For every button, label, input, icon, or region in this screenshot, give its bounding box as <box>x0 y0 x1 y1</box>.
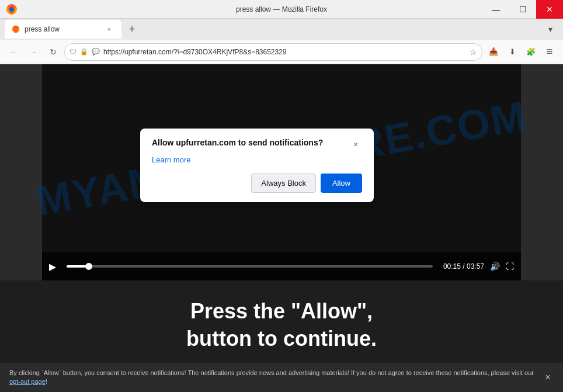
time-display: 00:15 / 03:57 <box>443 262 484 270</box>
pocket-button[interactable]: 📥 <box>485 43 502 61</box>
minimize-button[interactable]: — <box>482 0 509 19</box>
download-button[interactable]: ⬇ <box>503 43 521 61</box>
browser-content: MYANTISPYWARE.COM ) ▶ 00:15 / 03:57 🔊 ⛶ … <box>0 64 563 363</box>
press-allow-heading: Press the "Allow", button to continue. <box>12 298 551 353</box>
toolbar-right: 📥 ⬇ 🧩 ≡ <box>485 43 558 61</box>
window-controls: — ☐ ✕ <box>482 0 563 19</box>
notifications-icon: 💬 <box>92 48 100 55</box>
active-tab[interactable]: press allow × <box>5 20 121 39</box>
always-block-button[interactable]: Always Block <box>251 174 316 193</box>
tracking-protection-icon: 🛡 <box>69 48 77 56</box>
dialog-buttons: Always Block Allow <box>152 174 362 193</box>
volume-icon[interactable]: 🔊 <box>490 262 500 271</box>
firefox-logo-icon <box>6 4 18 15</box>
new-tab-button[interactable]: + <box>124 21 140 37</box>
bottom-notification-bar: By clicking `Allow` button, you consent … <box>0 363 563 392</box>
play-pause-icon[interactable]: ▶ <box>49 261 56 272</box>
close-button[interactable]: ✕ <box>536 0 563 19</box>
allow-button[interactable]: Allow <box>321 174 362 193</box>
progress-fill <box>67 265 89 268</box>
reload-button[interactable]: ↻ <box>44 43 62 61</box>
bottom-bar-close-button[interactable]: × <box>542 372 554 383</box>
lock-icon: 🔒 <box>80 48 88 55</box>
tabs-dropdown-button[interactable]: ▾ <box>542 21 558 37</box>
opt-out-link[interactable]: opt-out page <box>9 378 46 385</box>
progress-bar[interactable] <box>67 265 433 268</box>
learn-more-link[interactable]: Learn more <box>152 155 362 164</box>
nav-bar: ← → ↻ 🛡 🔒 💬 https://upfurretan.com/?l=d9… <box>0 40 563 64</box>
bottom-bar-text: By clicking `Allow` button, you consent … <box>9 369 535 387</box>
address-bar[interactable]: 🛡 🔒 💬 https://upfurretan.com/?l=d9730OX4… <box>64 43 482 61</box>
restore-button[interactable]: ☐ <box>509 0 536 19</box>
url-display: https://upfurretan.com/?l=d9730OX4RKjVfP… <box>103 48 466 56</box>
tab-bar: press allow × + ▾ <box>0 19 563 40</box>
fullscreen-icon[interactable]: ⛶ <box>506 262 514 271</box>
overflow-button[interactable]: ≡ <box>541 43 558 61</box>
svg-point-1 <box>9 7 14 12</box>
progress-thumb <box>85 263 92 270</box>
page-content: Press the "Allow", button to continue. <box>0 280 563 363</box>
tab-close-button[interactable]: × <box>104 24 114 34</box>
window-title: press allow — Mozilla Firefox <box>236 5 327 13</box>
extensions-button[interactable]: 🧩 <box>522 43 540 61</box>
tab-favicon-icon <box>12 25 20 33</box>
notification-dialog: Allow upfurretan.com to send notificatio… <box>140 129 374 202</box>
dialog-header: Allow upfurretan.com to send notificatio… <box>152 138 362 151</box>
dialog-title: Allow upfurretan.com to send notificatio… <box>152 138 349 147</box>
video-controls: ▶ 00:15 / 03:57 🔊 ⛶ <box>42 252 521 280</box>
forward-button[interactable]: → <box>25 43 42 61</box>
bookmark-icon[interactable]: ☆ <box>470 47 477 57</box>
dialog-close-button[interactable]: × <box>349 138 362 151</box>
back-button[interactable]: ← <box>5 43 22 61</box>
title-bar: press allow — Mozilla Firefox — ☐ ✕ <box>0 0 563 19</box>
tab-label: press allow <box>25 25 60 33</box>
